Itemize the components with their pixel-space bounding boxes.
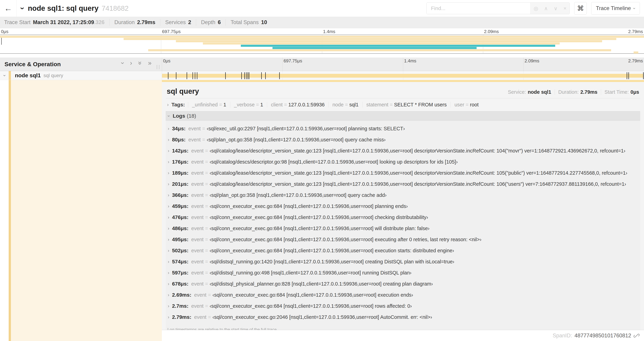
log-marker[interactable]: [225, 72, 226, 79]
prev-result-icon[interactable]: ∧: [544, 5, 548, 12]
log-marker[interactable]: [248, 72, 248, 79]
tags-row[interactable]: › Tags: _unfinished=1_verbose=1client=12…: [166, 100, 640, 110]
log-entry[interactable]: ›502μs:event=‹sql/conn_executor_exec.go:…: [166, 245, 640, 256]
tag-equals: =: [344, 102, 349, 107]
column-resizer-handle[interactable]: [157, 65, 160, 69]
log-entry[interactable]: ›2.7ms:event=‹sql/conn_executor_exec.go:…: [166, 300, 640, 311]
log-timestamp: 502μs:: [172, 248, 188, 253]
chevron-right-icon: ›: [168, 270, 169, 275]
logs-label: Logs: [173, 113, 185, 119]
time-ruler-tick: 1.4ms: [403, 58, 416, 64]
log-marker[interactable]: [627, 72, 627, 79]
log-marker[interactable]: [192, 72, 193, 79]
minimap-span-bar: [176, 40, 602, 42]
log-entry[interactable]: ›495μs:event=‹sql/conn_executor_exec.go:…: [166, 234, 640, 245]
log-marker[interactable]: [246, 72, 246, 79]
tag-key: client: [271, 102, 283, 107]
log-field-key: event: [191, 281, 204, 287]
log-entry[interactable]: ›176μs:event=‹sql/catalog/descs/descript…: [166, 156, 640, 167]
log-equals: =: [204, 159, 210, 165]
log-marker[interactable]: [279, 72, 280, 79]
back-button[interactable]: ←: [0, 0, 16, 17]
log-entry[interactable]: ›80μs:event=‹sql/plan_opt.go:358 [nsql1,…: [166, 134, 640, 145]
tag-key: _verbose: [234, 102, 255, 107]
tag-key: node: [332, 102, 344, 107]
span-duration-bar[interactable]: [162, 74, 644, 78]
log-marker[interactable]: [195, 72, 195, 79]
log-entry[interactable]: ›2.69ms:event=‹sql/conn_executor_exec.go…: [166, 289, 640, 300]
logs-header[interactable]: › Logs (18): [166, 111, 640, 121]
log-entry[interactable]: ›201μs:event=‹sql/catalog/lease/descript…: [166, 178, 640, 190]
log-field-value: ‹sql/conn_executor_exec.go:684 [nsql1,cl…: [210, 303, 412, 309]
expand-all-icon[interactable]: »: [148, 60, 152, 66]
log-entry[interactable]: ›2.79ms:event=‹sql/conn_executor_exec.go…: [166, 311, 640, 323]
log-marker[interactable]: [186, 72, 187, 79]
chevron-right-icon: ›: [168, 314, 169, 320]
chevron-right-icon: ›: [168, 181, 169, 187]
span-operation-name: sql query: [44, 73, 63, 78]
log-equals: =: [206, 314, 212, 320]
log-timestamp: 486μs:: [172, 225, 188, 231]
find-input[interactable]: [426, 3, 530, 14]
summary-item: Depth6: [196, 19, 226, 26]
log-marker[interactable]: [241, 72, 242, 79]
minimap-span-bar: [124, 38, 616, 40]
log-timestamp: 2.69ms:: [172, 292, 192, 298]
collapse-one-icon[interactable]: ›: [120, 62, 126, 64]
log-timestamp: 678μs:: [172, 281, 188, 287]
log-marker[interactable]: [168, 72, 168, 79]
tags-label: Tags:: [172, 102, 185, 108]
tag-item: _verbose=1: [230, 102, 267, 108]
chevron-down-icon[interactable]: ›: [2, 75, 8, 76]
log-entry[interactable]: ›486μs:event=‹sql/conn_executor_exec.go:…: [166, 223, 640, 234]
log-marker[interactable]: [261, 72, 262, 79]
log-entry[interactable]: ›476μs:event=‹sql/conn_executor_exec.go:…: [166, 212, 640, 223]
clear-find-icon[interactable]: ×: [564, 5, 566, 11]
span-name-cell[interactable]: › node sql1 sql query: [0, 71, 162, 80]
log-entry[interactable]: ›366μs:event=‹sql/plan_opt.go:358 [nsql1…: [166, 190, 640, 201]
log-field-key: event: [191, 148, 204, 154]
log-entry[interactable]: ›34μs:event=‹sql/exec_util.go:2297 [nsql…: [166, 123, 640, 134]
log-entry[interactable]: ›459μs:event=‹sql/conn_executor_exec.go:…: [166, 201, 640, 212]
log-timestamp: 34μs:: [172, 126, 186, 132]
trace-title-group[interactable]: › node sql1: sql query 7418682: [22, 4, 426, 13]
minimap-span-bar: [148, 49, 611, 51]
log-marker[interactable]: [643, 72, 644, 79]
collapse-all-icon[interactable]: »: [137, 61, 143, 65]
log-entry[interactable]: ›142μs:event=‹sql/catalog/lease/descript…: [166, 145, 640, 156]
log-marker[interactable]: [244, 72, 245, 79]
time-ruler-tick: 697.75μs: [161, 29, 181, 34]
log-field-value: ‹sql/plan_opt.go:358 [nsql1,client=127.0…: [210, 192, 386, 198]
log-field-value: ‹sql/conn_executor_exec.go:684 [nsql1,cl…: [210, 237, 482, 242]
log-marker[interactable]: [628, 72, 629, 79]
log-field-key: event: [191, 259, 204, 265]
next-result-icon[interactable]: ∨: [554, 5, 558, 12]
logs-list: ›34μs:event=‹sql/exec_util.go:2297 [nsql…: [166, 121, 640, 323]
log-entry[interactable]: ›597μs:event=‹sql/distsql_running.go:498…: [166, 267, 640, 278]
view-selector-button[interactable]: Trace Timeline ›: [591, 2, 640, 15]
detail-meta: Service:node sql1 Duration:2.79ms Start …: [504, 89, 639, 95]
log-field-value: ‹sql/distsql_physical_planner.go:828 [ns…: [210, 281, 433, 287]
span-bar-cell[interactable]: [162, 71, 644, 80]
locate-icon[interactable]: ◎: [534, 5, 538, 12]
log-marker[interactable]: [197, 72, 197, 79]
spanid-row: SpanID: 4877749850101760812: [162, 330, 644, 341]
summary-item: Total Spans10: [226, 19, 272, 26]
page-title: node sql1: sql query: [28, 4, 98, 13]
log-marker[interactable]: [265, 72, 266, 79]
log-entry[interactable]: ›574μs:event=‹sql/distsql_running.go:142…: [166, 256, 640, 267]
log-entry[interactable]: ›678μs:event=‹sql/distsql_physical_plann…: [166, 278, 640, 289]
expand-one-icon[interactable]: ›: [130, 60, 132, 66]
log-marker[interactable]: [249, 72, 249, 79]
log-entry[interactable]: ›189μs:event=‹sql/catalog/lease/descript…: [166, 167, 640, 178]
keyboard-shortcuts-button[interactable]: ⌘: [574, 2, 587, 15]
chevron-right-icon: ›: [168, 259, 169, 264]
log-field-value: ‹sql/conn_executor_exec.go:684 [nsql1,cl…: [210, 214, 428, 220]
chevron-right-icon: ›: [168, 226, 169, 231]
log-field-value: ‹sql/conn_executor_exec.go:684 [nsql1,cl…: [210, 248, 454, 253]
link-icon[interactable]: [634, 333, 640, 338]
trace-minimap[interactable]: [0, 35, 644, 54]
span-row[interactable]: › node sql1 sql query: [0, 71, 644, 80]
log-marker[interactable]: [176, 72, 176, 79]
log-field-key: event: [191, 248, 204, 253]
